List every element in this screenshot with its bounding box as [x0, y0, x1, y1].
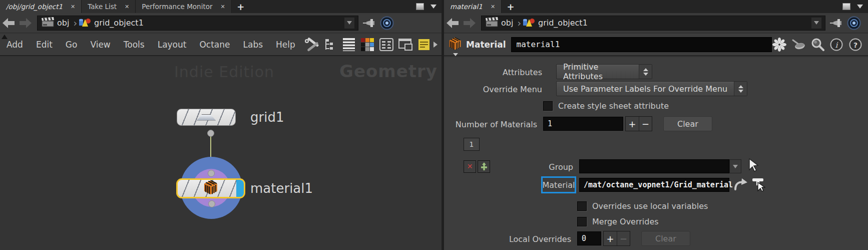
- forward-button[interactable]: [17, 16, 34, 31]
- menu-view[interactable]: View: [84, 40, 117, 50]
- left-tabbar: /obj/grid_object1 ✕ Take List ✕ Performa…: [0, 0, 442, 13]
- menu-help[interactable]: Help: [269, 40, 302, 50]
- select-geometry-icon[interactable]: [747, 158, 759, 174]
- collapse-menu-icon[interactable]: [2, 35, 8, 39]
- local-overrides-field[interactable]: 0: [577, 231, 601, 245]
- network-view[interactable]: Indie Edition Geometry grid1: [0, 56, 442, 250]
- close-icon[interactable]: ✕: [71, 4, 75, 10]
- close-icon[interactable]: ✕: [491, 4, 495, 10]
- override-menu-dropdown[interactable]: Use Parameter Labels For Override Menu: [556, 81, 747, 96]
- pane-menu-icon[interactable]: [430, 5, 437, 9]
- geometry-object-icon: [522, 17, 535, 30]
- tab-performance-monitor[interactable]: Performance Monitor ✕: [136, 0, 231, 13]
- back-button[interactable]: [0, 16, 17, 31]
- menu-octane[interactable]: Octane: [193, 40, 236, 50]
- pin-icon[interactable]: [828, 16, 843, 31]
- material-folder-tab[interactable]: 1: [464, 138, 480, 151]
- path-field[interactable]: obj › grid_object1: [481, 16, 825, 31]
- add-override-button[interactable]: +: [604, 231, 617, 245]
- num-materials-label: Number of Materials: [444, 120, 537, 129]
- menu-add[interactable]: Add: [0, 40, 30, 50]
- attributes-dropdown[interactable]: Primitive Attributes: [556, 64, 652, 79]
- remove-override-button[interactable]: −: [617, 231, 630, 245]
- clear-materials-button[interactable]: Clear: [663, 116, 712, 131]
- menu-layout[interactable]: Layout: [151, 40, 193, 50]
- menu-go[interactable]: Go: [59, 40, 84, 50]
- info-icon[interactable]: i: [829, 37, 844, 52]
- path-root[interactable]: obj: [57, 18, 69, 28]
- right-pathbar: obj › grid_object1: [444, 13, 868, 33]
- jump-to-operator-icon[interactable]: [733, 177, 747, 192]
- gear-icon[interactable]: [772, 37, 787, 52]
- tab-obj-grid-object1[interactable]: /obj/grid_object1 ✕: [0, 0, 82, 13]
- path-node[interactable]: grid_object1: [538, 18, 588, 28]
- group-dropdown-button[interactable]: [729, 159, 741, 173]
- tree-view-icon[interactable]: [322, 37, 338, 53]
- menu-tools[interactable]: Tools: [117, 40, 151, 50]
- chevron-separator-icon: ›: [73, 18, 77, 29]
- path-root[interactable]: obj: [501, 18, 513, 28]
- node-type-menu-icon[interactable]: [453, 53, 458, 56]
- path-node[interactable]: grid_object1: [94, 18, 144, 28]
- overrides-local-checkbox[interactable]: [577, 201, 587, 211]
- node-grid1[interactable]: [177, 109, 236, 126]
- forward-button[interactable]: [461, 16, 478, 31]
- material-path-field[interactable]: /mat/octane_vopnet1/Grid_material: [579, 178, 729, 192]
- spinner-icon[interactable]: [734, 82, 747, 96]
- menu-edit[interactable]: Edit: [30, 40, 59, 50]
- desktop-panel-icon[interactable]: [397, 37, 413, 53]
- node-material1[interactable]: [176, 178, 245, 198]
- menubar-overflow-icon[interactable]: [433, 42, 438, 48]
- close-icon[interactable]: ✕: [221, 4, 225, 10]
- num-materials-field[interactable]: 1: [543, 117, 623, 131]
- local-overrides-label: Local Overrides: [444, 234, 571, 244]
- follow-focus-icon[interactable]: [379, 16, 394, 31]
- houdini-window: /obj/grid_object1 ✕ Take List ✕ Performa…: [0, 0, 868, 250]
- color-palette-icon[interactable]: [360, 37, 376, 53]
- node-name-field[interactable]: material1: [511, 37, 772, 52]
- tab-take-list[interactable]: Take List ✕: [82, 0, 136, 13]
- help-icon[interactable]: ?: [848, 37, 863, 52]
- material1-output-connector[interactable]: [208, 200, 215, 207]
- follow-focus-icon[interactable]: [846, 16, 861, 31]
- maximize-pane-icon[interactable]: [416, 3, 424, 10]
- grid-sop-icon: [197, 114, 216, 121]
- network-overview-icon[interactable]: [378, 37, 394, 53]
- style-sheet-checkbox[interactable]: [543, 101, 553, 111]
- display-flag[interactable]: [236, 180, 244, 197]
- back-button[interactable]: [444, 16, 461, 31]
- spinner-icon[interactable]: [639, 65, 652, 79]
- pin-icon[interactable]: [361, 16, 376, 31]
- list-view-icon[interactable]: [341, 37, 357, 53]
- new-tab-button[interactable]: +: [232, 0, 250, 13]
- menu-labs[interactable]: Labs: [237, 40, 270, 50]
- node-grid1-label[interactable]: grid1: [250, 110, 284, 125]
- tab-material1[interactable]: material1 ✕: [444, 0, 502, 13]
- material1-input-connector[interactable]: [208, 170, 215, 177]
- notes-icon[interactable]: [416, 37, 432, 53]
- maximize-pane-icon[interactable]: [842, 3, 850, 10]
- new-tab-button[interactable]: +: [502, 0, 520, 13]
- path-field[interactable]: obj › grid_object1: [37, 16, 358, 31]
- merge-overrides-label: Merge Overrides: [592, 217, 659, 226]
- add-material-button[interactable]: +: [626, 117, 639, 131]
- material-sop-icon: [203, 179, 219, 197]
- group-field[interactable]: [579, 159, 729, 173]
- scoop-tool-icon[interactable]: [791, 37, 806, 52]
- open-floating-chooser-icon[interactable]: [750, 176, 765, 193]
- remove-material-button[interactable]: −: [639, 117, 652, 131]
- tools-wrench-icon[interactable]: [303, 37, 319, 53]
- merge-overrides-checkbox[interactable]: [577, 217, 587, 226]
- node-material1-label[interactable]: material1: [250, 181, 313, 196]
- tab-label: material1: [450, 3, 483, 11]
- path-dropdown-button[interactable]: [344, 18, 354, 29]
- pane-menu-icon[interactable]: [857, 5, 863, 9]
- search-icon[interactable]: [810, 37, 825, 52]
- node-type-icon[interactable]: [448, 37, 462, 53]
- grid1-output-connector[interactable]: [207, 130, 214, 137]
- close-icon[interactable]: ✕: [125, 4, 129, 10]
- path-dropdown-button[interactable]: [811, 18, 821, 29]
- tab-label: Take List: [88, 3, 117, 11]
- clear-overrides-button[interactable]: Clear: [641, 231, 690, 246]
- geometry-object-icon: [78, 17, 91, 30]
